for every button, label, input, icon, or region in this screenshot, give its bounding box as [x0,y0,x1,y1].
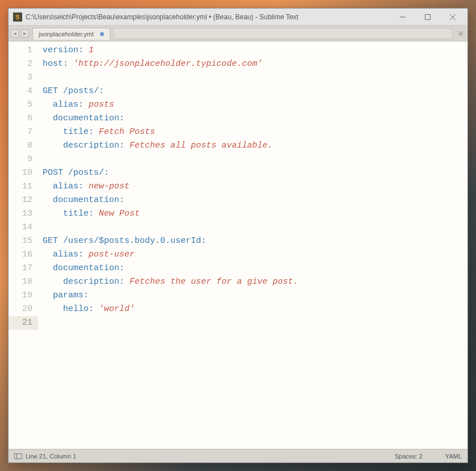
code-content[interactable]: version: 1host: 'http://jsonplaceholder.… [38,41,467,449]
line-number[interactable]: 4 [9,85,32,98]
line-number[interactable]: 11 [9,180,32,194]
close-button[interactable] [440,9,465,25]
app-window: S C:\Users\seich\Projects\Beau\examples\… [8,8,468,463]
window-title: C:\Users\seich\Projects\Beau\examples\js… [26,13,390,21]
app-icon: S [13,12,22,22]
code-line[interactable]: title: New Post [43,207,467,221]
code-line[interactable]: GET /posts/: [43,85,467,98]
nav-arrows: ◄ ► [11,30,29,37]
tab-bar: ◄ ► jsonplaceholder.yml ≡ [9,26,467,41]
line-number-gutter[interactable]: 123456789101112131415161718192021 [9,41,38,449]
line-number[interactable]: 14 [9,221,32,234]
code-line[interactable]: alias: posts [43,98,467,112]
line-number[interactable]: 18 [9,275,32,289]
cursor-position[interactable]: Line 21, Column 1 [26,453,76,460]
line-number[interactable]: 2 [9,57,32,71]
code-line[interactable] [43,221,467,234]
line-number[interactable]: 13 [9,207,32,221]
code-line[interactable]: GET /users/$posts.body.0.userId: [43,234,467,248]
code-line[interactable]: hello: 'world' [43,302,467,316]
code-line[interactable]: params: [43,289,467,302]
code-line[interactable]: documentation: [43,262,467,275]
panel-switcher-icon[interactable] [14,453,22,459]
code-line[interactable]: POST /posts/: [43,166,467,180]
nav-forward-button[interactable]: ► [21,30,29,37]
code-line[interactable]: alias: new-post [43,180,467,194]
code-line[interactable]: description: Fetches the user for a give… [43,275,467,289]
code-line[interactable]: host: 'http://jsonplaceholder.typicode.c… [43,57,467,71]
menu-icon[interactable]: ≡ [456,29,465,38]
line-number[interactable]: 15 [9,234,32,248]
status-left: Line 21, Column 1 [14,453,76,460]
tab-label: jsonplaceholder.yml [39,31,94,37]
line-number[interactable]: 17 [9,262,32,275]
code-line[interactable]: documentation: [43,194,467,207]
line-number[interactable]: 8 [9,139,32,153]
code-line[interactable]: alias: post-user [43,248,467,262]
line-number[interactable]: 5 [9,98,32,112]
code-line[interactable]: description: Fetches all posts available… [43,139,467,153]
window-controls [390,9,465,25]
syntax-setting[interactable]: YAML [445,453,462,460]
code-line[interactable] [43,153,467,166]
status-right: Spaces: 2 YAML [395,453,462,460]
line-number[interactable]: 1 [9,44,32,57]
line-number[interactable]: 19 [9,289,32,302]
line-number[interactable]: 12 [9,194,32,207]
code-line[interactable] [43,71,467,85]
line-number[interactable]: 3 [9,71,32,85]
tab-strip-empty[interactable] [114,28,453,39]
line-number[interactable]: 6 [9,112,32,125]
code-line[interactable]: documentation: [43,112,467,125]
line-number[interactable]: 16 [9,248,32,262]
line-number[interactable]: 7 [9,125,32,139]
code-line[interactable] [43,316,467,330]
line-number[interactable]: 21 [9,316,38,330]
line-number[interactable]: 20 [9,302,32,316]
nav-back-button[interactable]: ◄ [11,30,19,37]
titlebar[interactable]: S C:\Users\seich\Projects\Beau\examples\… [9,9,467,26]
indentation-setting[interactable]: Spaces: 2 [395,453,423,460]
minimize-button[interactable] [390,9,415,25]
line-number[interactable]: 9 [9,153,32,166]
code-line[interactable]: title: Fetch Posts [43,125,467,139]
status-bar: Line 21, Column 1 Spaces: 2 YAML [9,449,467,462]
dirty-indicator-icon [100,32,104,36]
editor-area[interactable]: 123456789101112131415161718192021 versio… [9,41,467,449]
line-number[interactable]: 10 [9,166,32,180]
maximize-button[interactable] [415,9,440,25]
code-line[interactable]: version: 1 [43,44,467,57]
file-tab[interactable]: jsonplaceholder.yml [32,28,110,40]
svg-rect-1 [425,14,431,19]
